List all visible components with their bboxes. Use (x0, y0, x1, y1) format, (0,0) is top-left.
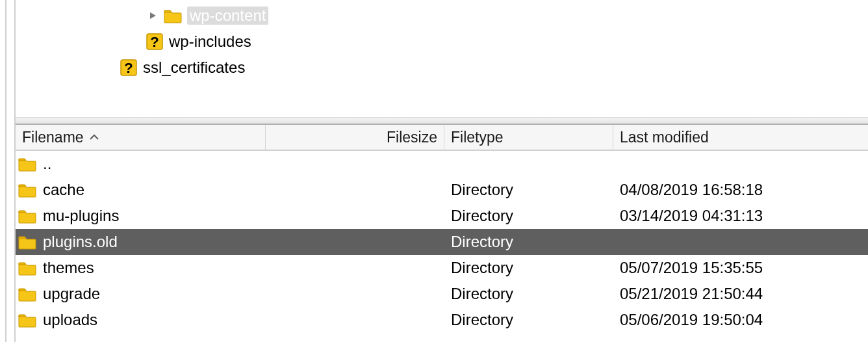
tree-item[interactable]: wp-content (16, 3, 868, 29)
cell-filetype: Directory (444, 285, 613, 303)
table-row[interactable]: themesDirectory05/07/2019 15:35:55 (16, 255, 868, 281)
filename-label: cache (43, 181, 84, 199)
cell-filetype: Directory (444, 233, 613, 251)
column-header-label: Last modified (620, 129, 709, 146)
folder-icon (18, 208, 36, 224)
folder-icon (18, 234, 36, 250)
table-row[interactable]: upgradeDirectory05/21/2019 21:50:44 (16, 281, 868, 307)
filename-label: upgrade (43, 285, 100, 303)
cell-modified: 04/08/2019 16:58:18 (613, 181, 868, 199)
folder-icon (18, 260, 36, 276)
column-header-filesize[interactable]: Filesize (266, 125, 444, 150)
list-header: Filename Filesize Filetype Last modified (16, 125, 868, 151)
file-list-body[interactable]: ..cacheDirectory04/08/2019 16:58:18mu-pl… (16, 151, 868, 333)
unknown-item-icon (146, 33, 164, 51)
filename-label: uploads (43, 311, 97, 329)
column-header-filename[interactable]: Filename (16, 125, 266, 150)
cell-filename: cache (16, 181, 266, 199)
cell-filename: upgrade (16, 285, 266, 303)
table-row[interactable]: plugins.oldDirectory (16, 229, 868, 255)
cell-filetype: Directory (444, 259, 613, 277)
cell-modified: 05/21/2019 21:50:44 (613, 285, 868, 303)
cell-modified: 05/07/2019 15:35:55 (613, 259, 868, 277)
table-row[interactable]: .. (16, 151, 868, 177)
cell-filename: mu-plugins (16, 207, 266, 225)
filename-label: plugins.old (43, 233, 118, 251)
table-row[interactable]: cacheDirectory04/08/2019 16:58:18 (16, 177, 868, 203)
tree-item-label: ssl_certificates (143, 59, 245, 77)
column-header-label: Filesize (387, 129, 437, 146)
cell-filetype: Directory (444, 311, 613, 329)
sort-ascending-icon (89, 133, 99, 141)
folder-icon (18, 312, 36, 328)
filename-label: mu-plugins (43, 207, 119, 225)
cell-modified: 05/06/2019 19:50:04 (613, 311, 868, 329)
folder-icon (164, 8, 182, 23)
cell-filename: plugins.old (16, 233, 266, 251)
tree-item[interactable]: ssl_certificates (16, 55, 868, 81)
file-list-pane[interactable]: Filename Filesize Filetype Last modified… (16, 125, 868, 333)
cell-modified: 03/14/2019 04:31:13 (613, 207, 868, 225)
column-header-label: Filename (22, 129, 84, 146)
unknown-item-icon (120, 59, 138, 77)
tree-item[interactable]: wp-includes (16, 29, 868, 55)
cell-filename: themes (16, 259, 266, 277)
table-row[interactable]: uploadsDirectory05/06/2019 19:50:04 (16, 307, 868, 333)
filename-label: .. (43, 155, 51, 173)
window-chrome: wp-contentwp-includesssl_certificates Fi… (5, 0, 868, 342)
folder-icon (18, 182, 36, 198)
tree-item-label: wp-content (187, 7, 268, 25)
column-header-filetype[interactable]: Filetype (444, 125, 613, 150)
folder-icon (18, 156, 36, 172)
cell-filename: uploads (16, 311, 266, 329)
cell-filetype: Directory (444, 181, 613, 199)
pane-splitter[interactable] (16, 117, 868, 124)
cell-filename: .. (16, 155, 266, 173)
column-header-label: Filetype (451, 129, 504, 146)
disclosure-triangle-icon[interactable] (146, 8, 160, 23)
cell-filetype: Directory (444, 207, 613, 225)
remote-tree-pane[interactable]: wp-contentwp-includesssl_certificates (16, 0, 868, 125)
ftp-panel: wp-contentwp-includesssl_certificates Fi… (14, 0, 868, 342)
table-row[interactable]: mu-pluginsDirectory03/14/2019 04:31:13 (16, 203, 868, 229)
folder-icon (18, 286, 36, 302)
tree-item-label: wp-includes (169, 33, 251, 51)
column-header-modified[interactable]: Last modified (613, 125, 868, 150)
filename-label: themes (43, 259, 94, 277)
